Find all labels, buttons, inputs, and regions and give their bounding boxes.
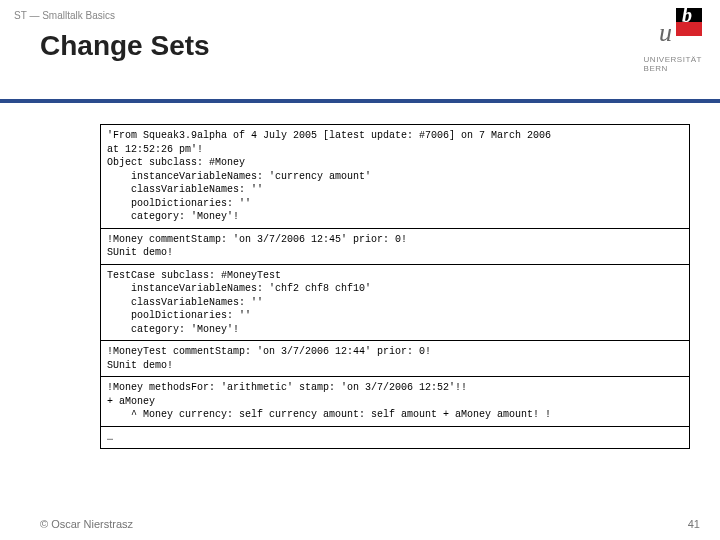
footer-page-number: 41: [688, 518, 700, 530]
code-section-1: 'From Squeak3.9alpha of 4 July 2005 [lat…: [101, 125, 689, 229]
logo-text: UNIVERSITÄT BERN: [644, 56, 702, 74]
logo-b-letter: b: [682, 4, 692, 27]
code-section-4: !MoneyTest commentStamp: 'on 3/7/2006 12…: [101, 341, 689, 377]
footer-author: © Oscar Nierstrasz: [40, 518, 133, 530]
breadcrumb: ST — Smalltalk Basics: [14, 10, 115, 21]
divider-line: [0, 99, 720, 103]
university-logo: u b UNIVERSITÄT BERN: [612, 8, 702, 88]
logo-b: b: [676, 8, 702, 38]
logo-u: u: [659, 18, 672, 48]
page-title: Change Sets: [40, 30, 210, 62]
code-section-2: !Money commentStamp: 'on 3/7/2006 12:45'…: [101, 229, 689, 265]
logo-text-line2: BERN: [644, 65, 702, 74]
code-section-3: TestCase subclass: #MoneyTest instanceVa…: [101, 265, 689, 342]
code-section-5: !Money methodsFor: 'arithmetic' stamp: '…: [101, 377, 689, 427]
code-box: 'From Squeak3.9alpha of 4 July 2005 [lat…: [100, 124, 690, 449]
code-section-6: …: [101, 427, 689, 449]
